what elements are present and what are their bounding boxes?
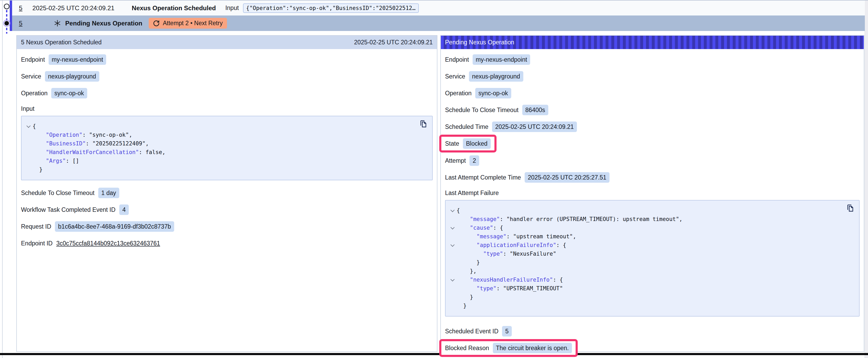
field-label: Last Attempt Complete Time <box>445 174 521 181</box>
field-label: Blocked Reason <box>445 345 489 352</box>
event-input-preview-badge[interactable]: {"Operation":"sync-op-ok","BusinessID":"… <box>243 3 419 13</box>
json-viewer: { "message": "handler error (UPSTREAM_TI… <box>445 200 860 317</box>
json-line-text: { <box>457 206 460 215</box>
collapse-toggle[interactable] <box>448 206 457 215</box>
event-row-pending-nexus-operation[interactable]: 5 Pending Nexus Operation Attempt 2 • Ne… <box>12 15 865 31</box>
card-timestamp: 2025-02-25 UTC 20:24:09.21 <box>354 39 433 46</box>
field-label: Request ID <box>21 223 51 230</box>
json-line: "message": "upstream timeout", <box>448 232 854 241</box>
field-value-badge: sync-op-ok <box>475 88 511 98</box>
field-row-workflow-task-completed-event-id: Workflow Task Completed Event ID4 <box>21 204 433 215</box>
copy-button[interactable] <box>845 204 855 213</box>
json-line: "Operation": "sync-op-ok", <box>24 131 427 139</box>
field-value-badge: 86400s <box>522 105 548 115</box>
field-label: Scheduled Event ID <box>445 328 498 335</box>
event-detail-card-scheduled: 5 Nexus Operation Scheduled 2025-02-25 U… <box>16 35 437 352</box>
retry-attempt-badge: Attempt 2 • Next Retry <box>149 18 227 29</box>
json-value: : "20250225122409", <box>86 140 149 147</box>
field-value-badge: 2025-02-25 UTC 20:25:27.51 <box>525 172 610 183</box>
collapse-toggle[interactable] <box>448 275 457 284</box>
json-line: "nexusHandlerFailureInfo": { <box>448 275 854 284</box>
event-row-nexus-operation-scheduled[interactable]: 5 2025-02-25 UTC 20:24:09.21 Nexus Opera… <box>12 1 865 15</box>
container-left-border <box>2 1 3 358</box>
json-value: } <box>463 303 467 309</box>
field-label: Service <box>21 73 41 80</box>
json-line-text: "Operation": "sync-op-ok", <box>33 131 132 139</box>
field-value-link[interactable]: 3c0c75ccfa8144b092c13ce632463761 <box>56 240 160 247</box>
json-line: }, <box>448 267 854 275</box>
field-value-badge: 2025-02-25 UTC 20:24:09.21 <box>492 122 577 132</box>
json-line-text: } <box>457 258 480 267</box>
field-row-operation: Operationsync-op-ok <box>445 88 860 98</box>
json-line: } <box>448 258 854 267</box>
chevron-down-icon <box>26 124 30 128</box>
event-input-label: Input <box>225 4 239 11</box>
copy-button[interactable] <box>418 120 428 129</box>
json-line-text: "nexusHandlerFailureInfo": { <box>457 275 563 284</box>
field-row-attempt: Attempt2 <box>445 155 860 166</box>
json-line-text: "type": "UPSTREAM_TIMEOUT" <box>457 284 563 293</box>
json-key: "Operation" <box>46 132 83 138</box>
field-value-badge: 4 <box>119 204 129 215</box>
highlight-annotation-state: StateBlocked <box>439 135 497 153</box>
json-key: "message" <box>470 216 500 222</box>
json-value: : "sync-op-ok", <box>83 132 132 138</box>
gutter-spacer <box>24 139 33 148</box>
field-row-endpoint-id: Endpoint ID3c0c75ccfa8144b092c13ce632463… <box>21 238 433 249</box>
json-line-text: }, <box>457 267 476 275</box>
json-line: { <box>24 122 427 131</box>
field-value-badge: 2 <box>469 155 479 166</box>
json-line-text: "applicationFailureInfo": { <box>457 241 566 250</box>
event-detail-card-header: 5 Nexus Operation Scheduled 2025-02-25 U… <box>17 36 437 49</box>
json-line: } <box>448 293 854 301</box>
json-line-text: "HandlerWaitForCancellation": false, <box>33 148 165 157</box>
chevron-down-icon <box>450 278 455 282</box>
json-line: "applicationFailureInfo": { <box>448 241 854 250</box>
json-value: : "UPSTREAM_TIMEOUT" <box>497 285 563 292</box>
event-node-selected-icon[interactable] <box>3 20 10 27</box>
vertical-scrollbar[interactable] <box>865 1 868 358</box>
field-label: State <box>445 140 459 147</box>
json-key: "Args" <box>46 158 66 164</box>
json-key: "cause" <box>470 225 493 231</box>
collapse-toggle[interactable] <box>24 122 33 131</box>
json-value: : { <box>556 242 566 248</box>
field-row-last-attempt-complete-time: Last Attempt Complete Time2025-02-25 UTC… <box>445 172 860 183</box>
json-value: } <box>39 166 42 173</box>
gutter-spacer <box>448 301 457 310</box>
json-key: "BusinessID" <box>46 140 86 147</box>
collapse-toggle[interactable] <box>448 241 457 250</box>
chevron-down-icon <box>450 208 455 212</box>
gutter-spacer <box>24 165 33 174</box>
json-key: "nexusHandlerFailureInfo" <box>470 276 553 283</box>
gutter-spacer <box>448 258 457 267</box>
gutter-spacer <box>448 250 457 258</box>
collapse-toggle[interactable] <box>448 224 457 232</box>
json-value: } <box>470 294 473 300</box>
field-value-badge: The circuit breaker is open. <box>493 343 572 353</box>
json-key: "applicationFailureInfo" <box>476 242 556 248</box>
field-row-scheduled-event-id: Scheduled Event ID5 <box>445 326 860 336</box>
gutter-spacer <box>448 267 457 275</box>
field-value-badge: b1c6a4bc-8ee7-468a-9169-df3b02c8737b <box>55 221 174 232</box>
event-node-open-icon[interactable] <box>3 3 10 10</box>
event-detail-card-body: Endpointmy-nexus-endpointServicenexus-pl… <box>17 49 437 249</box>
json-line-text: } <box>457 301 467 310</box>
pending-operation-card: Pending Nexus Operation Endpointmy-nexus… <box>440 35 864 352</box>
section-label-last-attempt-failure: Last Attempt Failure <box>445 189 860 197</box>
gutter-spacer <box>448 284 457 293</box>
json-line: "message": "handler error (UPSTREAM_TIME… <box>448 215 854 224</box>
json-value: : { <box>493 225 503 231</box>
event-id-link[interactable]: 5 <box>19 4 22 12</box>
json-value: { <box>33 123 36 129</box>
pending-asterisk-icon <box>54 20 61 27</box>
pending-operation-card-body: Endpointmy-nexus-endpointServicenexus-pl… <box>441 49 864 358</box>
json-line-text: "BusinessID": "20250225122409", <box>33 139 149 148</box>
json-line-text: "type": "NexusFailure" <box>457 250 556 258</box>
json-line: "type": "NexusFailure" <box>448 250 854 258</box>
chevron-down-icon <box>450 243 455 247</box>
field-value-badge: nexus-playground <box>469 71 523 82</box>
event-id-link[interactable]: 5 <box>19 20 22 27</box>
section-label-input: Input <box>21 105 433 112</box>
gutter-spacer <box>24 131 33 139</box>
